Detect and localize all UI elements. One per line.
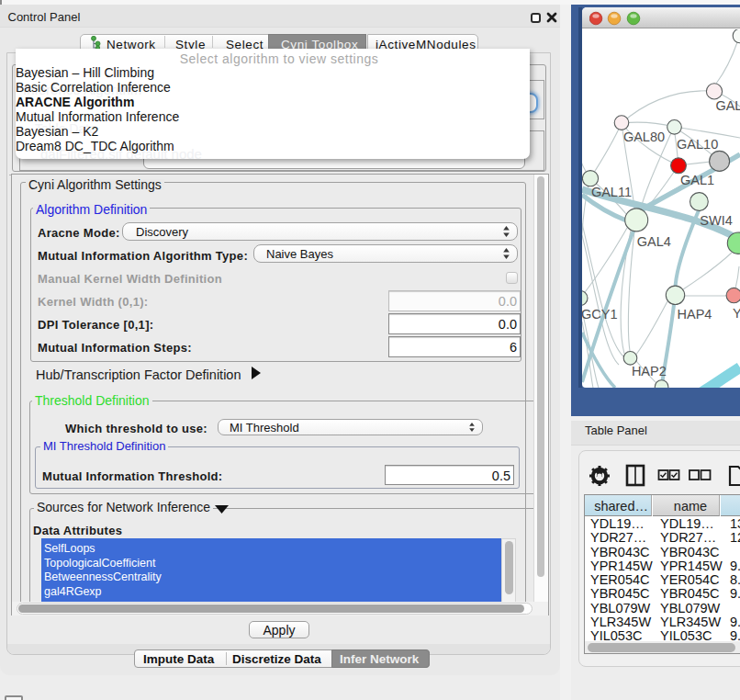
svg-text:GAL11: GAL11 — [591, 185, 632, 199]
svg-text:GAL1: GAL1 — [680, 173, 714, 187]
svg-text:HAP4: HAP4 — [678, 307, 712, 322]
svg-text:GCY1: GCY1 — [582, 307, 618, 322]
svg-text:HAP2: HAP2 — [632, 364, 667, 378]
svg-text:GAL80: GAL80 — [623, 130, 665, 144]
svg-text:GAL: GAL — [715, 98, 740, 113]
svg-text:Y: Y — [733, 306, 740, 321]
svg-text:GAL4: GAL4 — [637, 234, 671, 249]
svg-text:SWI4: SWI4 — [700, 213, 732, 228]
svg-text:GAL10: GAL10 — [677, 137, 718, 152]
